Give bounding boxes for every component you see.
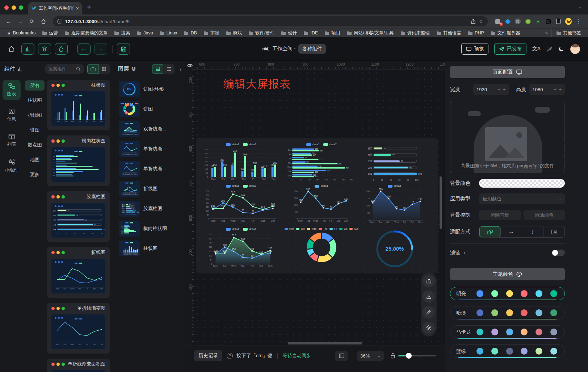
bookmark-item[interactable]: 资讯未整理 — [398, 29, 433, 37]
theme-color-dot[interactable] — [536, 348, 542, 355]
translate-icon[interactable]: 文A — [532, 46, 541, 52]
category-item[interactable]: 地图 — [25, 155, 45, 165]
browser-tab[interactable]: 工作空间-各种组件 × — [28, 2, 82, 14]
filter-toggle[interactable] — [552, 250, 565, 256]
dark-mode-moon-icon[interactable] — [558, 46, 564, 52]
extension-icon[interactable] — [555, 18, 562, 25]
bookmark-item[interactable]: 软件/硬件 — [246, 29, 277, 37]
layer-item[interactable]: MonTueWedThuFriSatSun折线图 — [119, 181, 181, 197]
legend-item[interactable]: Fri — [329, 227, 337, 230]
width-stepper[interactable]: 1920 − + — [473, 84, 509, 95]
layer-item[interactable]: 饼图 — [119, 101, 181, 117]
theme-color-dot[interactable] — [476, 329, 483, 335]
magic-wand-icon[interactable] — [546, 46, 553, 52]
zoom-slider-knob[interactable] — [406, 353, 412, 359]
other-bookmarks[interactable]: 其他书签 — [551, 29, 584, 37]
extension-icon[interactable]: ✶ — [535, 18, 541, 25]
bookmark-item[interactable]: 网站/博客/文章/工具 — [344, 29, 396, 37]
theme-color-dot[interactable] — [476, 348, 483, 355]
legend-item[interactable]: data2 — [243, 184, 256, 188]
theme-color-dot[interactable] — [506, 290, 513, 297]
bookmark-item[interactable]: IDE — [301, 30, 320, 36]
theme-color-dot[interactable] — [506, 329, 513, 335]
height-stepper[interactable]: 1080 − + — [529, 84, 565, 95]
clear-background-button[interactable]: 清除背景 — [479, 210, 521, 220]
legend-item[interactable]: Sat — [339, 227, 348, 230]
theme-color-dot[interactable] — [521, 329, 528, 335]
user-avatar[interactable] — [570, 44, 580, 54]
theme-color-dot[interactable] — [491, 329, 498, 335]
bg-color-swatch[interactable] — [479, 179, 565, 188]
fit-width-icon[interactable]: ↔ — [501, 226, 522, 237]
legend-item[interactable]: data2 — [243, 227, 256, 231]
chart-area-double[interactable]: data1data2050100150200250300350120200150… — [201, 227, 281, 269]
create-tool-button[interactable] — [55, 43, 68, 55]
legend-item[interactable]: Thu — [319, 227, 327, 230]
plus-icon[interactable]: + — [559, 87, 562, 92]
theme-color-dot[interactable] — [550, 329, 557, 335]
theme-color-dot[interactable] — [491, 290, 498, 297]
clear-color-button[interactable]: 清除颜色 — [524, 210, 565, 220]
extension-icon[interactable]: 9 — [494, 18, 501, 25]
window-controls[interactable] — [4, 5, 23, 10]
extension-icon[interactable] — [525, 18, 531, 25]
background-upload-dropzone[interactable]: 背景图需小于 5M，格式为 png/jpg/gif 的文件 — [450, 101, 565, 173]
layer-item[interactable]: MonTueWedThuFriSatSun单折线渐... — [119, 141, 181, 157]
component-view-toggle-grid-icon[interactable] — [98, 64, 110, 74]
theme-color-dot[interactable] — [536, 329, 542, 335]
collapse-panel-chevron-icon[interactable]: ‹ — [180, 66, 181, 72]
theme-color-dot[interactable] — [550, 348, 557, 355]
theme-color-dot[interactable] — [550, 290, 557, 297]
layer-item[interactable]: MonTueWedThuFriSatSun单折线渐... — [119, 161, 181, 177]
layer-item[interactable]: 厦门20南阳40北京60上海80新疆100020406080100胶囊柱图 — [119, 201, 181, 217]
legend-item[interactable]: data1 — [306, 143, 320, 146]
extension-icon[interactable] — [504, 18, 511, 25]
dashboard-preview[interactable]: data1data2050100150200250300350120130Mon… — [196, 138, 438, 273]
bookmark-item[interactable]: 游戏 — [223, 29, 244, 37]
redo-button[interactable]: → — [94, 43, 107, 55]
bookmark-item[interactable]: 运营 — [39, 29, 60, 37]
bookmark-item[interactable]: Linux — [157, 30, 180, 36]
panel-layout-icon[interactable] — [335, 351, 348, 361]
layer-item[interactable]: MonTueWedThuFriSatSun双折线渐... — [119, 121, 181, 137]
theme-color-dot[interactable] — [506, 348, 513, 355]
category-item[interactable]: 散点图 — [25, 140, 45, 150]
minimize-window-button[interactable] — [12, 5, 16, 10]
undo-button[interactable]: ← — [77, 43, 91, 55]
category-item[interactable]: 柱状图 — [25, 95, 45, 105]
component-card[interactable]: 折线图MonTueWedThuFriSatSun — [47, 247, 110, 298]
theme-color-dot[interactable] — [491, 309, 498, 316]
sidebar-tab-小组件[interactable]: 小组件 — [3, 156, 21, 176]
workspace-name-pill[interactable]: 各种组件 — [298, 44, 326, 54]
app-home-icon[interactable] — [8, 46, 15, 52]
app-type-select[interactable]: 应用颜色 ⌄ — [479, 193, 565, 204]
legend-item[interactable]: data1 — [226, 184, 239, 188]
theme-row-明亮[interactable]: 明亮 — [450, 287, 565, 300]
layer-item[interactable]: MonTueWedThuFriSatSun横向柱状图 — [119, 221, 181, 237]
theme-row-马卡龙[interactable]: 马卡龙 — [450, 325, 565, 339]
close-window-button[interactable] — [4, 5, 9, 10]
chart-line-double[interactable]: data1data2050100150200250300350120200150… — [201, 184, 281, 225]
chart-progress-ring[interactable]: 25.00% — [362, 227, 428, 269]
bookmark-item[interactable]: 设计 — [278, 29, 299, 37]
bookmark-item[interactable]: DB — [181, 30, 199, 36]
page-config-header[interactable]: 页面配置 — [450, 66, 565, 78]
layers-tool-button[interactable] — [38, 43, 51, 55]
chart-line-gradient[interactable]: data10501001502001202001508070110130MonT… — [362, 184, 428, 225]
visibility-eye-icon[interactable] — [185, 61, 194, 70]
bookmark-item[interactable]: 文件服务器 — [488, 29, 523, 37]
layer-item[interactable]: 75%饼图-环形 — [119, 81, 181, 97]
back-icon[interactable]: ← — [4, 16, 14, 26]
component-view-toggle-case-icon[interactable] — [87, 64, 98, 74]
legend-item[interactable]: data1 — [388, 184, 401, 188]
component-search-input[interactable]: 搜索组件 — [45, 64, 84, 74]
bookmark-item[interactable]: Java — [134, 30, 155, 36]
history-button[interactable]: 历史记录 — [194, 350, 222, 361]
legend-item[interactable]: data2 — [243, 143, 256, 146]
edit-icon[interactable] — [423, 306, 435, 318]
share-icon[interactable] — [471, 19, 476, 24]
theme-color-header[interactable]: 主题颜色 — [450, 268, 565, 280]
theme-color-dot[interactable] — [536, 309, 542, 316]
horizontal-scrollbar[interactable] — [288, 342, 362, 344]
theme-row-蓝绿[interactable]: 蓝绿 — [450, 344, 565, 358]
